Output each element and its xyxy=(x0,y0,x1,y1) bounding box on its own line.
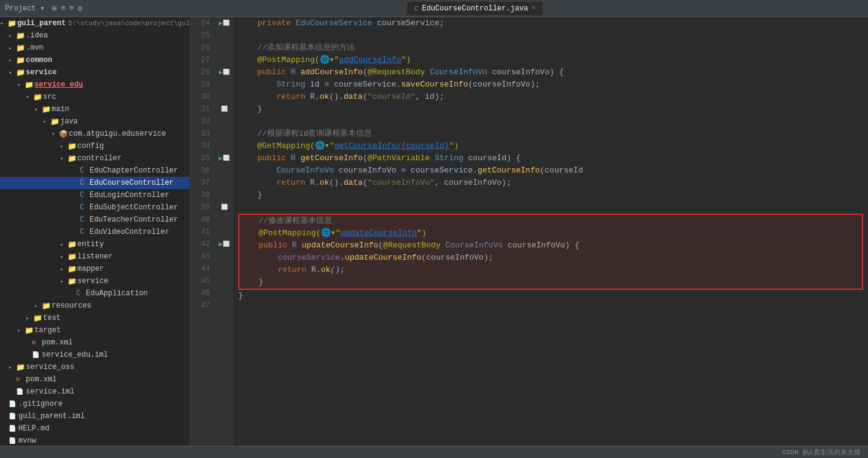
code-content[interactable]: private EduCourseService courseService; … xyxy=(233,17,868,446)
class-icon: C xyxy=(80,215,90,224)
sidebar-item-idea[interactable]: ▸ 📁 .idea xyxy=(0,29,190,42)
project-label[interactable]: Project ▾ xyxy=(5,4,45,13)
sidebar-item-service-iml[interactable]: 📄 service.iml xyxy=(0,386,190,398)
sidebar-item-label: config xyxy=(77,142,104,150)
sidebar-item-service-oss[interactable]: ▸ 📁 service_oss xyxy=(0,361,190,373)
gutter-cell-27 xyxy=(215,54,233,66)
run-icon[interactable]: ▶ xyxy=(219,152,223,165)
sidebar-item-edu-chapter-controller[interactable]: C EduChapterController xyxy=(0,165,190,177)
sidebar-item-label: mvnw xyxy=(18,437,36,445)
sidebar-item-mapper[interactable]: ▸ 📁 mapper xyxy=(0,263,190,275)
sidebar-item-listener[interactable]: ▸ 📁 listener xyxy=(0,250,190,263)
sidebar-item-mvnw[interactable]: 📄 mvnw xyxy=(0,435,190,446)
code-line-33: //根据课程id查询课程基本信息 xyxy=(238,128,863,140)
status-text: CSDN @认真生活的灰太狼 xyxy=(782,448,861,457)
status-bar: CSDN @认真生活的灰太狼 xyxy=(0,446,868,458)
folder-icon: 📁 xyxy=(68,277,77,286)
code-line-27: @PostMapping(🌐▾"addCourseInfo") xyxy=(238,54,863,66)
code-line-44: return R.ok(); xyxy=(239,264,862,276)
sidebar-item-resources[interactable]: ▸ 📁 resources xyxy=(0,300,190,312)
sidebar-item-service[interactable]: ▾ 📁 service xyxy=(0,66,190,79)
code-line-43: courseService.updateCourseInfo(courseInf… xyxy=(239,252,862,264)
sidebar-item-test[interactable]: ▸ 📁 test xyxy=(0,312,190,324)
settings-icon[interactable]: ⚙ xyxy=(77,4,82,14)
sidebar-item-label: EduSubjectController xyxy=(90,203,178,212)
iml-icon: 📄 xyxy=(16,388,26,395)
sidebar-item-edu-video-controller[interactable]: C EduVideoController xyxy=(0,226,190,238)
gutter-cell-37 xyxy=(215,177,233,189)
folder-icon: 📁 xyxy=(16,56,26,65)
sidebar-item-label: guli_parent xyxy=(17,19,66,28)
sidebar-item-label: .gitignore xyxy=(18,400,63,408)
sidebar-item-config[interactable]: ▸ 📁 config xyxy=(0,140,190,152)
chevron-right-icon: ▸ xyxy=(60,143,68,150)
class-icon: C xyxy=(80,191,90,200)
sidebar-item-label: test xyxy=(43,314,61,322)
sidebar-item-label: EduLoginController xyxy=(90,191,169,200)
gutter-cell-26 xyxy=(215,42,233,54)
bookmark-icon: ⬜ xyxy=(221,201,228,214)
structure-icon[interactable]: ≡ xyxy=(61,4,66,14)
code-line-39 xyxy=(238,201,863,214)
sidebar-item-guli-parent-iml[interactable]: 📄 guli_parent.iml xyxy=(0,410,190,422)
gutter-cell-43 xyxy=(215,250,233,263)
sidebar-item-package[interactable]: ▾ 📦 com.atguigu.eduservice xyxy=(0,128,190,140)
folder-icon: 📁 xyxy=(68,154,77,163)
tab-close-button[interactable]: × xyxy=(532,5,535,12)
sidebar-item-edu-login-controller[interactable]: C EduLoginController xyxy=(0,189,190,201)
highlight-block: //修改课程基本信息 @PostMapping(🌐▾"updateCourseI… xyxy=(238,214,863,290)
folder-icon: 📁 xyxy=(16,363,26,372)
sidebar-item-label: com.atguigu.eduservice xyxy=(69,130,166,138)
gutter-cell-24: ▶ ⬜ xyxy=(215,17,233,29)
sidebar-item-service-sub[interactable]: ▸ 📁 service xyxy=(0,275,190,287)
code-line-42: public R updateCourseInfo(@RequestBody C… xyxy=(239,239,862,252)
main-area: ▾ 📁 guli_parent D:\study\java\code\proje… xyxy=(0,17,868,446)
package-icon: 📦 xyxy=(59,130,69,139)
editor-tab[interactable]: C EduCourseController.java × xyxy=(407,2,543,15)
sidebar-item-label: service_edu.iml xyxy=(42,351,108,359)
folder-icon: 📁 xyxy=(25,80,34,90)
sidebar-item-edu-subject-controller[interactable]: C EduSubjectController xyxy=(0,201,190,214)
sidebar-item-entity[interactable]: ▸ 📁 entity xyxy=(0,238,190,250)
sidebar-item-label: EduApplication xyxy=(86,289,148,298)
chevron-down-icon: ▾ xyxy=(26,94,33,101)
sidebar-item-help-md[interactable]: 📄 HELP.md xyxy=(0,422,190,435)
sidebar-item-java[interactable]: ▾ 📁 java xyxy=(0,115,190,128)
code-line-25 xyxy=(238,29,863,42)
run-icon[interactable]: ▶ xyxy=(219,66,223,79)
sidebar-item-edu-course-controller[interactable]: C EduCourseController xyxy=(0,177,190,189)
code-line-32 xyxy=(238,115,863,128)
sidebar-path: D:\study\java\code\project\guli_pa... xyxy=(68,20,190,27)
add-icon[interactable]: ⊕ xyxy=(52,4,57,14)
sidebar-item-common[interactable]: ▸ 📁 common xyxy=(0,54,190,66)
code-line-45: } xyxy=(239,276,862,289)
sidebar-item-main[interactable]: ▾ 📁 main xyxy=(0,103,190,115)
gutter-cell-42: ▶ ⬜ xyxy=(215,238,233,250)
code-line-35: public R getCourseInfo(@PathVariable Str… xyxy=(238,152,863,165)
list-icon[interactable]: ≡ xyxy=(69,4,74,14)
sidebar-item-label: resources xyxy=(52,301,91,310)
class-icon: C xyxy=(76,289,86,298)
chevron-down-icon: ▾ xyxy=(60,155,68,162)
sidebar-item-src[interactable]: ▾ 📁 src xyxy=(0,91,190,103)
sidebar-item-target[interactable]: ▸ 📁 target xyxy=(0,324,190,336)
sidebar-item-guli-parent[interactable]: ▾ 📁 guli_parent D:\study\java\code\proje… xyxy=(0,17,190,29)
code-view[interactable]: 24 25 26 27 28 29 30 31 32 33 34 35 36 3… xyxy=(190,17,868,446)
folder-icon: 📁 xyxy=(33,314,43,323)
sidebar-item-service-edu-iml[interactable]: 📄 service_edu.iml xyxy=(0,349,190,361)
iml-icon: 📄 xyxy=(32,351,42,359)
sidebar-item-gitignore[interactable]: 📄 .gitignore xyxy=(0,398,190,410)
sidebar-item-label: service xyxy=(26,68,56,77)
gutter-cell-29 xyxy=(215,79,233,91)
tab-file-icon: C xyxy=(414,5,419,12)
sidebar-item-pom-edu[interactable]: m pom.xml xyxy=(0,336,190,349)
sidebar-item-edu-teacher-controller[interactable]: C EduTeacherController xyxy=(0,214,190,226)
sidebar-item-controller[interactable]: ▾ 📁 controller xyxy=(0,152,190,165)
sidebar-item-mvn[interactable]: ▸ 📁 .mvn xyxy=(0,42,190,54)
bookmark-icon: ⬜ xyxy=(223,238,230,250)
run-icon[interactable]: ▶ xyxy=(219,238,223,250)
sidebar-item-pom-root[interactable]: m pom.xml xyxy=(0,373,190,386)
run-icon[interactable]: ▶ xyxy=(219,17,223,29)
sidebar-item-service-edu[interactable]: ▾ 📁 service_edu xyxy=(0,79,190,91)
sidebar-item-edu-application[interactable]: C EduApplication xyxy=(0,287,190,300)
